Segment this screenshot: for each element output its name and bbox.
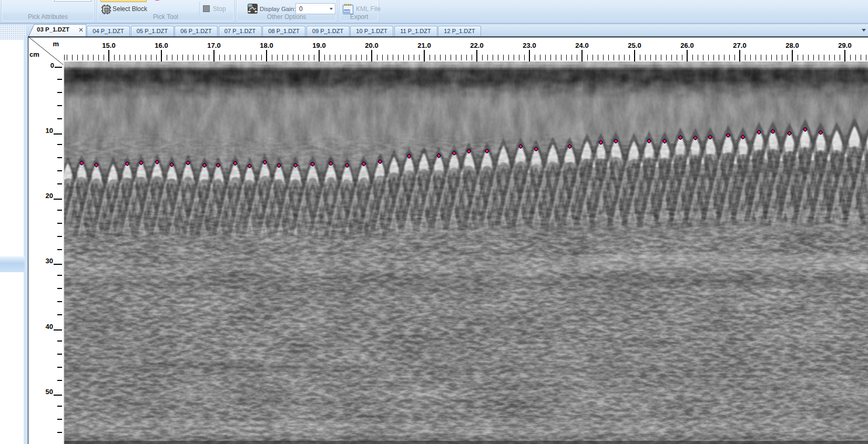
svg-text:cm: cm — [29, 50, 39, 58]
svg-text:25.0: 25.0 — [628, 42, 641, 49]
svg-text:27.0: 27.0 — [733, 42, 746, 49]
svg-text:50: 50 — [46, 388, 53, 396]
svg-text:17.0: 17.0 — [207, 42, 220, 49]
svg-text:24.0: 24.0 — [575, 42, 588, 49]
svg-text:20.0: 20.0 — [365, 42, 378, 49]
svg-text:23.0: 23.0 — [523, 42, 536, 49]
svg-text:18.0: 18.0 — [260, 42, 273, 49]
svg-text:15.0: 15.0 — [102, 42, 115, 49]
svg-text:21.0: 21.0 — [417, 42, 431, 49]
svg-text:19.0: 19.0 — [312, 42, 325, 49]
svg-text:40: 40 — [46, 323, 53, 331]
svg-text:29.0: 29.0 — [838, 42, 851, 49]
svg-text:16.0: 16.0 — [155, 42, 168, 49]
svg-text:28.0: 28.0 — [785, 42, 799, 49]
svg-text:26.0: 26.0 — [680, 42, 693, 49]
svg-text:10: 10 — [46, 127, 53, 135]
svg-text:22.0: 22.0 — [470, 42, 483, 49]
svg-text:20: 20 — [46, 192, 53, 200]
svg-text:30: 30 — [46, 257, 53, 265]
svg-text:m: m — [53, 40, 59, 48]
svg-text:0: 0 — [50, 61, 54, 69]
